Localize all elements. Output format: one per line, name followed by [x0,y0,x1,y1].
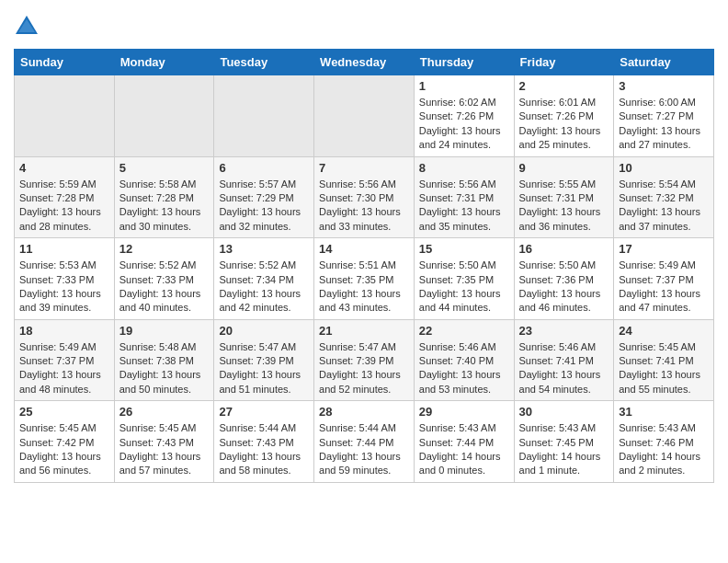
calendar-cell: 17Sunrise: 5:49 AMSunset: 7:37 PMDayligh… [614,238,714,320]
calendar-cell: 15Sunrise: 5:50 AMSunset: 7:35 PMDayligh… [414,238,514,320]
day-number: 24 [619,324,709,338]
cell-info: Sunrise: 6:00 AMSunset: 7:27 PMDaylight:… [619,97,700,150]
day-header-wednesday: Wednesday [314,50,415,75]
day-number: 29 [419,405,509,419]
calendar-cell: 28Sunrise: 5:44 AMSunset: 7:44 PMDayligh… [314,401,415,483]
cell-info: Sunrise: 5:47 AMSunset: 7:39 PMDaylight:… [219,341,301,395]
cell-info: Sunrise: 5:46 AMSunset: 7:40 PMDaylight:… [419,341,501,395]
logo-icon [14,14,40,40]
cell-info: Sunrise: 5:56 AMSunset: 7:30 PMDaylight:… [319,178,401,232]
day-number: 26 [119,405,210,419]
cell-info: Sunrise: 5:45 AMSunset: 7:43 PMDaylight:… [119,422,201,476]
calendar-cell: 24Sunrise: 5:45 AMSunset: 7:41 PMDayligh… [614,319,714,401]
day-number: 11 [19,242,109,256]
cell-info: Sunrise: 5:47 AMSunset: 7:39 PMDaylight:… [319,341,401,395]
day-header-friday: Friday [514,50,614,75]
calendar-cell: 11Sunrise: 5:53 AMSunset: 7:33 PMDayligh… [15,238,115,320]
day-number: 30 [519,405,609,419]
calendar-cell: 8Sunrise: 5:56 AMSunset: 7:31 PMDaylight… [414,156,514,238]
day-number: 27 [219,405,309,419]
cell-info: Sunrise: 5:44 AMSunset: 7:44 PMDaylight:… [319,422,401,476]
day-number: 7 [319,161,409,175]
cell-info: Sunrise: 6:01 AMSunset: 7:26 PMDaylight:… [519,97,601,150]
calendar-cell: 31Sunrise: 5:43 AMSunset: 7:46 PMDayligh… [614,401,714,483]
calendar-cell: 22Sunrise: 5:46 AMSunset: 7:40 PMDayligh… [414,319,514,401]
calendar-week-row: 25Sunrise: 5:45 AMSunset: 7:42 PMDayligh… [15,401,714,483]
day-number: 16 [519,242,609,256]
day-number: 2 [519,79,609,93]
day-number: 20 [219,324,309,338]
day-number: 1 [419,79,509,93]
calendar-cell: 27Sunrise: 5:44 AMSunset: 7:43 PMDayligh… [214,401,314,483]
calendar-cell: 13Sunrise: 5:52 AMSunset: 7:34 PMDayligh… [214,238,314,320]
calendar-cell: 26Sunrise: 5:45 AMSunset: 7:43 PMDayligh… [114,401,214,483]
day-number: 22 [419,324,509,338]
calendar-cell: 14Sunrise: 5:51 AMSunset: 7:35 PMDayligh… [314,238,415,320]
day-number: 19 [119,324,210,338]
calendar-week-row: 1Sunrise: 6:02 AMSunset: 7:26 PMDaylight… [15,75,714,157]
cell-info: Sunrise: 5:43 AMSunset: 7:45 PMDaylight:… [519,422,601,476]
calendar-cell: 29Sunrise: 5:43 AMSunset: 7:44 PMDayligh… [414,401,514,483]
day-number: 18 [19,324,109,338]
calendar-table: SundayMondayTuesdayWednesdayThursdayFrid… [14,49,714,483]
calendar-cell: 19Sunrise: 5:48 AMSunset: 7:38 PMDayligh… [114,319,214,401]
cell-info: Sunrise: 5:43 AMSunset: 7:44 PMDaylight:… [419,422,501,476]
calendar-cell [15,75,115,157]
calendar-cell: 12Sunrise: 5:52 AMSunset: 7:33 PMDayligh… [114,238,214,320]
calendar-cell [114,75,214,157]
cell-info: Sunrise: 5:45 AMSunset: 7:42 PMDaylight:… [19,422,101,476]
day-number: 10 [619,161,709,175]
day-header-saturday: Saturday [614,50,714,75]
day-number: 23 [519,324,609,338]
cell-info: Sunrise: 5:49 AMSunset: 7:37 PMDaylight:… [619,259,700,313]
cell-info: Sunrise: 5:59 AMSunset: 7:28 PMDaylight:… [19,178,101,232]
day-header-thursday: Thursday [414,50,514,75]
cell-info: Sunrise: 5:53 AMSunset: 7:33 PMDaylight:… [19,259,101,313]
calendar-cell [314,75,415,157]
calendar-cell: 25Sunrise: 5:45 AMSunset: 7:42 PMDayligh… [15,401,115,483]
cell-info: Sunrise: 5:52 AMSunset: 7:33 PMDaylight:… [119,259,201,313]
cell-info: Sunrise: 6:02 AMSunset: 7:26 PMDaylight:… [419,97,501,150]
day-number: 4 [19,161,109,175]
day-number: 25 [19,405,109,419]
calendar-week-row: 11Sunrise: 5:53 AMSunset: 7:33 PMDayligh… [15,238,714,320]
day-header-tuesday: Tuesday [214,50,314,75]
cell-info: Sunrise: 5:54 AMSunset: 7:32 PMDaylight:… [619,178,700,232]
calendar-week-row: 18Sunrise: 5:49 AMSunset: 7:37 PMDayligh… [15,319,714,401]
day-number: 8 [419,161,509,175]
calendar-cell: 10Sunrise: 5:54 AMSunset: 7:32 PMDayligh… [614,156,714,238]
cell-info: Sunrise: 5:52 AMSunset: 7:34 PMDaylight:… [219,259,301,313]
cell-info: Sunrise: 5:46 AMSunset: 7:41 PMDaylight:… [519,341,601,395]
day-number: 15 [419,242,509,256]
day-header-monday: Monday [114,50,214,75]
calendar-cell: 6Sunrise: 5:57 AMSunset: 7:29 PMDaylight… [214,156,314,238]
cell-info: Sunrise: 5:51 AMSunset: 7:35 PMDaylight:… [319,259,401,313]
cell-info: Sunrise: 5:44 AMSunset: 7:43 PMDaylight:… [219,422,301,476]
cell-info: Sunrise: 5:55 AMSunset: 7:31 PMDaylight:… [519,178,601,232]
day-number: 6 [219,161,309,175]
calendar-cell: 20Sunrise: 5:47 AMSunset: 7:39 PMDayligh… [214,319,314,401]
day-number: 13 [219,242,309,256]
calendar-cell [214,75,314,157]
day-number: 3 [619,79,709,93]
calendar-cell: 21Sunrise: 5:47 AMSunset: 7:39 PMDayligh… [314,319,415,401]
cell-info: Sunrise: 5:56 AMSunset: 7:31 PMDaylight:… [419,178,501,232]
calendar-cell: 5Sunrise: 5:58 AMSunset: 7:28 PMDaylight… [114,156,214,238]
page-header [14,14,714,40]
calendar-cell: 1Sunrise: 6:02 AMSunset: 7:26 PMDaylight… [414,75,514,157]
calendar-cell: 3Sunrise: 6:00 AMSunset: 7:27 PMDaylight… [614,75,714,157]
day-number: 31 [619,405,709,419]
cell-info: Sunrise: 5:48 AMSunset: 7:38 PMDaylight:… [119,341,201,395]
day-number: 5 [119,161,210,175]
calendar-week-row: 4Sunrise: 5:59 AMSunset: 7:28 PMDaylight… [15,156,714,238]
cell-info: Sunrise: 5:57 AMSunset: 7:29 PMDaylight:… [219,178,301,232]
calendar-cell: 18Sunrise: 5:49 AMSunset: 7:37 PMDayligh… [15,319,115,401]
calendar-cell: 4Sunrise: 5:59 AMSunset: 7:28 PMDaylight… [15,156,115,238]
logo [14,14,43,40]
cell-info: Sunrise: 5:49 AMSunset: 7:37 PMDaylight:… [19,341,101,395]
day-number: 21 [319,324,409,338]
day-number: 14 [319,242,409,256]
day-number: 28 [319,405,409,419]
calendar-cell: 30Sunrise: 5:43 AMSunset: 7:45 PMDayligh… [514,401,614,483]
day-number: 12 [119,242,210,256]
